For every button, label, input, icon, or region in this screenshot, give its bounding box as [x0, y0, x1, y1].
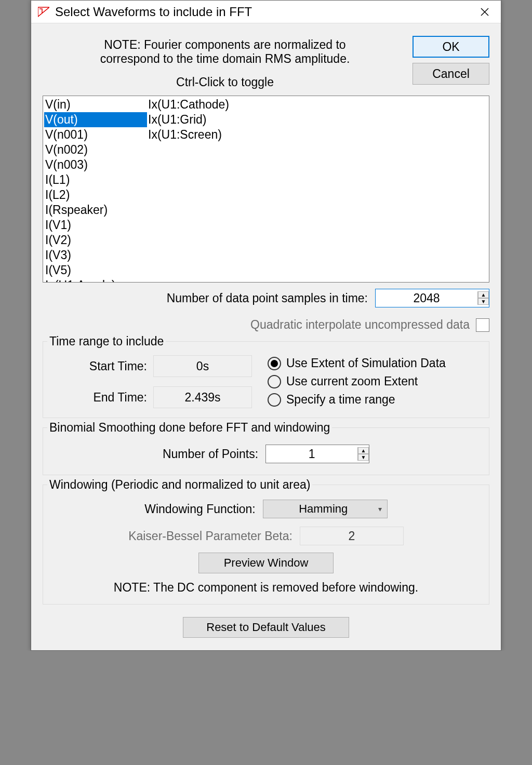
waveform-item[interactable]: Ix(U1:Screen)	[147, 127, 250, 142]
dialog-window: Select Waveforms to include in FFT NOTE:…	[31, 0, 501, 651]
radio-label-3: Specify a time range	[286, 393, 395, 407]
windowing-fn-label: Windowing Function:	[144, 502, 256, 516]
spin-up-icon[interactable]: ▲	[358, 447, 369, 454]
smoothing-group: Binomial Smoothing done before FFT and w…	[43, 427, 489, 475]
quadratic-checkbox[interactable]	[476, 318, 489, 332]
spin-down-icon[interactable]: ▼	[478, 298, 489, 305]
waveform-item[interactable]: V(n002)	[44, 142, 147, 157]
radio-zoom-extent[interactable]: Use current zoom Extent	[268, 374, 446, 388]
samples-label: Number of data point samples in time:	[167, 291, 368, 305]
chevron-down-icon: ▾	[378, 505, 382, 513]
kb-label: Kaiser-Bessel Parameter Beta:	[128, 529, 292, 543]
end-time-value: 2.439s	[153, 386, 252, 408]
start-time-value: 0s	[153, 355, 252, 377]
radio-label-2: Use current zoom Extent	[286, 374, 418, 388]
waveform-item[interactable]: Ix(U1:Grid)	[147, 112, 250, 127]
cancel-button[interactable]: Cancel	[413, 63, 489, 85]
radio-icon	[268, 393, 281, 407]
quadratic-label: Quadratic interpolate uncompressed data	[250, 318, 470, 332]
radio-use-extent[interactable]: Use Extent of Simulation Data	[268, 356, 446, 370]
ok-button[interactable]: OK	[413, 36, 489, 58]
waveform-item[interactable]: I(V2)	[44, 233, 147, 248]
waveform-item[interactable]: V(in)	[44, 97, 147, 112]
preview-window-button[interactable]: Preview Window	[198, 553, 334, 573]
windowing-note: NOTE: The DC component is removed before…	[49, 581, 483, 595]
note-line2: correspond to the time domain RMS amplit…	[43, 52, 407, 66]
waveform-item[interactable]: I(V5)	[44, 263, 147, 278]
waveform-item[interactable]: I(Rspeaker)	[44, 203, 147, 218]
waveform-item[interactable]: I(V3)	[44, 248, 147, 263]
note-line1: NOTE: Fourier components are normalized …	[43, 38, 407, 52]
radio-icon	[268, 375, 281, 388]
windowing-legend: Windowing (Periodic and normalized to un…	[47, 478, 312, 492]
radio-specify-range[interactable]: Specify a time range	[268, 393, 446, 407]
waveform-item[interactable]: V(n003)	[44, 157, 147, 172]
radio-label-1: Use Extent of Simulation Data	[286, 356, 446, 370]
waveform-item[interactable]: Ix(U1:Cathode)	[147, 97, 250, 112]
samples-value: 2048	[376, 291, 477, 305]
waveform-item[interactable]: V(out)	[44, 112, 147, 127]
samples-spinner[interactable]: ▲ ▼	[477, 291, 489, 305]
close-button[interactable]	[473, 1, 497, 23]
end-time-label: End Time:	[49, 391, 153, 405]
smoothing-legend: Binomial Smoothing done before FFT and w…	[47, 421, 332, 435]
waveform-item[interactable]: V(n001)	[44, 127, 147, 142]
start-time-label: Start Time:	[49, 359, 153, 373]
points-spinner[interactable]: ▲ ▼	[357, 447, 369, 461]
samples-input[interactable]: 2048 ▲ ▼	[375, 289, 489, 307]
note-toggle: Ctrl-Click to toggle	[43, 75, 407, 89]
dialog-title: Select Waveforms to include in FFT	[55, 5, 252, 19]
kb-value: 2	[300, 527, 404, 545]
app-icon	[37, 6, 50, 18]
waveform-listbox[interactable]: V(in)V(out)V(n001)V(n002)V(n003)I(L1)I(L…	[43, 96, 489, 283]
spin-down-icon[interactable]: ▼	[358, 454, 369, 461]
windowing-group: Windowing (Periodic and normalized to un…	[43, 485, 489, 605]
waveform-item[interactable]: I(V1)	[44, 218, 147, 233]
waveform-item[interactable]: I(L2)	[44, 187, 147, 203]
radio-icon	[268, 357, 281, 370]
windowing-fn-select[interactable]: Hamming ▾	[263, 500, 388, 518]
waveform-item[interactable]: Ix(U1:Anode)	[44, 278, 147, 283]
reset-defaults-button[interactable]: Reset to Default Values	[183, 617, 349, 638]
titlebar: Select Waveforms to include in FFT	[31, 1, 501, 23]
points-value: 1	[266, 447, 357, 461]
windowing-fn-value: Hamming	[269, 502, 378, 516]
points-input[interactable]: 1 ▲ ▼	[265, 445, 369, 463]
points-label: Number of Points:	[163, 447, 258, 461]
time-range-legend: Time range to include	[47, 334, 166, 348]
waveform-item[interactable]: I(L1)	[44, 172, 147, 187]
spin-up-icon[interactable]: ▲	[478, 291, 489, 298]
close-icon	[481, 8, 489, 16]
time-range-group: Time range to include Start Time: 0s End…	[43, 341, 489, 418]
